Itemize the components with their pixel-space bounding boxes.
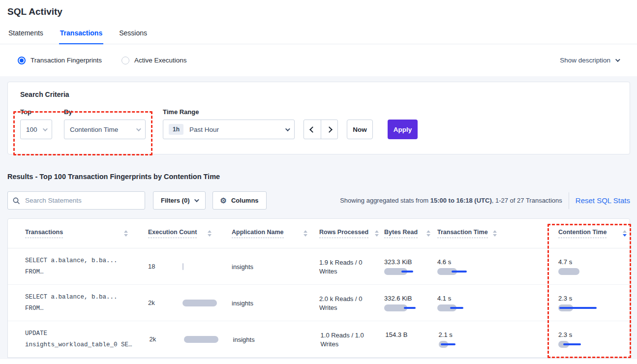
execution-count-cell: 2k bbox=[132, 321, 216, 357]
search-statements-input[interactable] bbox=[24, 196, 140, 205]
table-row[interactable]: UPDATE insights_workload_table_0 SE… 2k … bbox=[8, 321, 630, 358]
radio-transaction-fingerprints[interactable]: Transaction Fingerprints bbox=[18, 57, 102, 64]
transaction-time-value: 4.1 s bbox=[437, 295, 500, 302]
chevron-down-icon bbox=[285, 126, 290, 131]
contention-time-value: 4.7 s bbox=[558, 258, 630, 266]
now-button[interactable]: Now bbox=[347, 120, 373, 139]
query-line-1[interactable]: UPDATE bbox=[25, 328, 132, 339]
time-pager bbox=[303, 120, 338, 139]
query-line-1[interactable]: SELECT a.balance, b.ba... bbox=[25, 255, 131, 267]
contention-time-value: 2.3 s bbox=[558, 295, 630, 302]
page-header: SQL Activity bbox=[0, 0, 637, 17]
query-line-2[interactable]: FROM… bbox=[25, 303, 131, 314]
filters-button[interactable]: Filters (0) bbox=[153, 191, 206, 210]
table-row[interactable]: SELECT a.balance, b.ba... FROM… 18 insig… bbox=[8, 248, 630, 285]
vertical-divider bbox=[569, 192, 569, 209]
column-label[interactable]: Rows Processed bbox=[319, 229, 368, 238]
execution-count-cell: 2k bbox=[131, 285, 214, 321]
sort-icon[interactable] bbox=[493, 230, 497, 237]
query-line-1[interactable]: SELECT a.balance, b.ba... bbox=[25, 292, 131, 303]
search-criteria-card: Search Criteria Top 100 By Contention Ti… bbox=[7, 82, 630, 154]
application-name-cell: insights bbox=[214, 262, 310, 271]
transaction-fingerprint-cell[interactable]: SELECT a.balance, b.ba... FROM… bbox=[8, 255, 131, 278]
transaction-fingerprint-cell[interactable]: SELECT a.balance, b.ba... FROM… bbox=[8, 292, 131, 314]
bytes-read-bar bbox=[384, 268, 433, 275]
time-range-value: Past Hour bbox=[189, 126, 219, 133]
show-description-label[interactable]: Show description bbox=[560, 57, 610, 64]
tab-statements[interactable]: Statements bbox=[7, 29, 44, 44]
contention-time-bar bbox=[558, 304, 630, 311]
transaction-time-value: 4.6 s bbox=[437, 258, 500, 266]
query-line-2[interactable]: insights_workload_table_0 SE… bbox=[25, 339, 132, 351]
bytes-read-cell: 323.3 KiB bbox=[382, 258, 433, 275]
column-header-transaction-time[interactable]: Transaction Time bbox=[433, 229, 500, 238]
sort-icon[interactable] bbox=[208, 230, 212, 237]
next-time-button[interactable] bbox=[321, 120, 337, 139]
bytes-read-cell: 154.3 B bbox=[383, 331, 435, 348]
radio-selected-icon[interactable] bbox=[18, 57, 26, 64]
chevron-down-icon bbox=[136, 126, 141, 131]
tab-bar: Statements Transactions Sessions bbox=[0, 29, 637, 44]
reset-sql-stats-link[interactable]: Reset SQL Stats bbox=[576, 196, 630, 205]
time-range-field: Time Range 1h Past Hour bbox=[163, 108, 295, 139]
column-label[interactable]: Application Name bbox=[232, 229, 284, 238]
by-select[interactable]: Contention Time bbox=[64, 120, 146, 139]
previous-time-button[interactable] bbox=[304, 120, 321, 139]
sort-icon[interactable] bbox=[375, 230, 379, 237]
execution-count-bar bbox=[182, 300, 219, 306]
apply-button[interactable]: Apply bbox=[388, 120, 418, 139]
column-header-execution-count[interactable]: Execution Count bbox=[131, 219, 214, 248]
table-row[interactable]: SELECT a.balance, b.ba... FROM… 2k insig… bbox=[8, 285, 630, 321]
contention-time-cell: 2.3 s bbox=[556, 331, 630, 348]
query-line-2[interactable]: FROM… bbox=[25, 267, 131, 278]
show-description-toggle[interactable]: Show description bbox=[560, 57, 619, 64]
aggregated-stats-text: Showing aggregated stats from 15:00 to 1… bbox=[340, 197, 562, 204]
results-toolbar: Filters (0) ⚙ Columns Showing aggregated… bbox=[7, 191, 630, 210]
top-field: Top 100 bbox=[20, 108, 52, 139]
search-statements-box[interactable] bbox=[7, 191, 145, 210]
sort-icon[interactable] bbox=[426, 230, 430, 237]
columns-button[interactable]: ⚙ Columns bbox=[212, 191, 267, 210]
time-range-select[interactable]: 1h Past Hour bbox=[163, 120, 295, 139]
results-heading: Results - Top 100 Transaction Fingerprin… bbox=[7, 173, 630, 181]
column-label[interactable]: Contention Time bbox=[558, 229, 607, 238]
tab-sessions[interactable]: Sessions bbox=[118, 29, 148, 44]
sort-icon[interactable] bbox=[124, 230, 128, 237]
sort-icon[interactable] bbox=[303, 230, 307, 237]
column-header-transactions[interactable]: Transactions bbox=[8, 229, 131, 238]
radio-active-executions[interactable]: Active Executions bbox=[121, 57, 187, 64]
column-header-rows-processed[interactable]: Rows Processed bbox=[310, 229, 382, 238]
column-label[interactable]: Bytes Read bbox=[384, 229, 418, 238]
content-area: Search Criteria Top 100 By Contention Ti… bbox=[0, 76, 637, 359]
gear-icon: ⚙ bbox=[220, 197, 227, 204]
tab-transactions[interactable]: Transactions bbox=[59, 29, 103, 44]
contention-time-bar bbox=[558, 341, 630, 348]
chevron-down-icon bbox=[194, 197, 199, 202]
contention-time-value: 2.3 s bbox=[558, 331, 630, 338]
filters-label: Filters (0) bbox=[161, 197, 190, 204]
column-header-contention-time[interactable]: Contention Time bbox=[556, 229, 630, 238]
transaction-fingerprint-cell[interactable]: UPDATE insights_workload_table_0 SE… bbox=[8, 328, 132, 351]
radio-unselected-icon[interactable] bbox=[121, 57, 129, 64]
column-label[interactable]: Transaction Time bbox=[437, 229, 488, 238]
execution-count-value: 18 bbox=[148, 263, 155, 270]
top-select[interactable]: 100 bbox=[20, 120, 52, 139]
execution-count-cell: 18 bbox=[131, 248, 214, 284]
application-name-cell: insights bbox=[216, 335, 312, 344]
transaction-time-bar bbox=[437, 304, 500, 311]
top-label: Top bbox=[20, 108, 52, 116]
column-header-bytes-read[interactable]: Bytes Read bbox=[382, 229, 433, 238]
columns-label: Columns bbox=[231, 197, 259, 204]
radio-label[interactable]: Active Executions bbox=[134, 57, 187, 64]
transaction-time-value: 2.1 s bbox=[439, 331, 501, 338]
sort-icon-active-desc[interactable] bbox=[623, 230, 627, 237]
bytes-read-value: 332.6 KiB bbox=[384, 295, 433, 302]
column-header-application-name[interactable]: Application Name bbox=[214, 229, 310, 238]
by-field: By Contention Time bbox=[64, 108, 146, 139]
transaction-time-cell: 2.1 s bbox=[435, 331, 501, 348]
radio-label[interactable]: Transaction Fingerprints bbox=[30, 57, 102, 64]
bytes-read-bar bbox=[386, 341, 435, 348]
column-label[interactable]: Execution Count bbox=[148, 229, 197, 238]
column-label[interactable]: Transactions bbox=[25, 229, 63, 238]
by-value: Contention Time bbox=[70, 126, 118, 133]
